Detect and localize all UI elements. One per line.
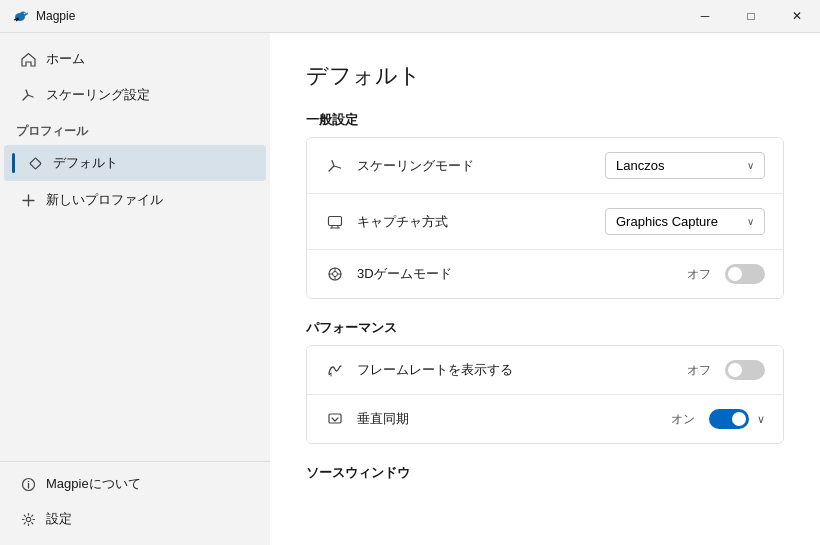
scaling-icon — [20, 87, 36, 103]
scaling-mode-control: Lanczos ∨ — [605, 152, 765, 179]
titlebar: Magpie ─ □ ✕ — [0, 0, 820, 32]
sidebar-item-scaling[interactable]: スケーリング設定 — [4, 78, 266, 112]
svg-rect-7 — [329, 216, 342, 225]
vsync-control: オン ∨ — [671, 409, 765, 429]
sidebar-home-label: ホーム — [46, 50, 85, 68]
home-icon — [20, 51, 36, 67]
capture-method-control: Graphics Capture ∨ — [605, 208, 765, 235]
page-title: デフォルト — [306, 61, 784, 91]
general-settings-label: 一般設定 — [306, 111, 784, 129]
sidebar-bottom: Magpieについて 設定 — [0, 461, 270, 537]
game-mode-toggle-thumb — [728, 267, 742, 281]
sidebar-item-home[interactable]: ホーム — [4, 42, 266, 76]
game-mode-icon — [325, 264, 345, 284]
info-icon — [20, 476, 36, 492]
sidebar: ホーム スケーリング設定 プロフィール デフォルト — [0, 33, 270, 545]
game-mode-row: 3Dゲームモード オフ — [307, 250, 783, 298]
capture-method-dropdown[interactable]: Graphics Capture ∨ — [605, 208, 765, 235]
active-indicator — [12, 153, 15, 173]
sidebar-item-new-profile[interactable]: 新しいプロファイル — [4, 183, 266, 217]
scaling-mode-row: スケーリングモード Lanczos ∨ — [307, 138, 783, 194]
plus-icon — [20, 192, 36, 208]
minimize-button[interactable]: ─ — [682, 0, 728, 32]
source-window-label: ソースウィンドウ — [306, 464, 784, 482]
svg-point-6 — [26, 517, 30, 521]
window-controls: ─ □ ✕ — [682, 0, 820, 32]
sidebar-item-default[interactable]: デフォルト — [4, 145, 266, 181]
show-fps-toggle-thumb — [728, 363, 742, 377]
svg-rect-3 — [29, 157, 40, 168]
app-title: Magpie — [36, 9, 75, 23]
show-fps-state-label: オフ — [687, 362, 711, 379]
vsync-state-label: オン — [671, 411, 695, 428]
scaling-mode-dropdown[interactable]: Lanczos ∨ — [605, 152, 765, 179]
diamond-icon — [27, 155, 43, 171]
capture-method-row: キャプチャ方式 Graphics Capture ∨ — [307, 194, 783, 250]
svg-point-5 — [27, 480, 28, 481]
scaling-mode-label: スケーリングモード — [357, 157, 605, 175]
scaling-mode-icon — [325, 156, 345, 176]
titlebar-left: Magpie — [12, 8, 75, 24]
performance-settings-card: フレームレートを表示する オフ 垂直同期 オ — [306, 345, 784, 444]
sidebar-default-label: デフォルト — [53, 154, 118, 172]
sidebar-new-profile-label: 新しいプロファイル — [46, 191, 163, 209]
capture-method-value: Graphics Capture — [616, 214, 718, 229]
fps-icon — [325, 360, 345, 380]
app-icon — [12, 8, 28, 24]
sidebar-item-about[interactable]: Magpieについて — [4, 467, 266, 501]
maximize-button[interactable]: □ — [728, 0, 774, 32]
svg-point-9 — [333, 272, 338, 277]
svg-rect-10 — [329, 414, 341, 423]
show-fps-toggle[interactable] — [725, 360, 765, 380]
vsync-row: 垂直同期 オン ∨ — [307, 395, 783, 443]
vsync-label: 垂直同期 — [357, 410, 671, 428]
app-body: ホーム スケーリング設定 プロフィール デフォルト — [0, 32, 820, 545]
scaling-dropdown-arrow: ∨ — [747, 160, 754, 171]
content-area: デフォルト 一般設定 スケーリングモード Lanczos ∨ — [270, 33, 820, 545]
gear-icon — [20, 511, 36, 527]
sidebar-profile-section: プロフィール — [0, 113, 270, 144]
show-fps-label: フレームレートを表示する — [357, 361, 687, 379]
capture-method-icon — [325, 212, 345, 232]
general-settings-card: スケーリングモード Lanczos ∨ キャプチャ方式 — [306, 137, 784, 299]
capture-method-label: キャプチャ方式 — [357, 213, 605, 231]
vsync-toggle[interactable] — [709, 409, 749, 429]
performance-label: パフォーマンス — [306, 319, 784, 337]
vsync-toggle-thumb — [732, 412, 746, 426]
capture-dropdown-arrow: ∨ — [747, 216, 754, 227]
sidebar-scaling-label: スケーリング設定 — [46, 86, 150, 104]
sidebar-about-label: Magpieについて — [46, 475, 141, 493]
show-fps-control: オフ — [687, 360, 765, 380]
scaling-mode-value: Lanczos — [616, 158, 664, 173]
game-mode-toggle[interactable] — [725, 264, 765, 284]
game-mode-control: オフ — [687, 264, 765, 284]
game-mode-label: 3Dゲームモード — [357, 265, 687, 283]
sidebar-item-settings[interactable]: 設定 — [4, 502, 266, 536]
vsync-icon — [325, 409, 345, 429]
sidebar-settings-label: 設定 — [46, 510, 72, 528]
game-mode-state-label: オフ — [687, 266, 711, 283]
close-button[interactable]: ✕ — [774, 0, 820, 32]
vsync-expand-chevron[interactable]: ∨ — [757, 413, 765, 426]
show-fps-row: フレームレートを表示する オフ — [307, 346, 783, 395]
